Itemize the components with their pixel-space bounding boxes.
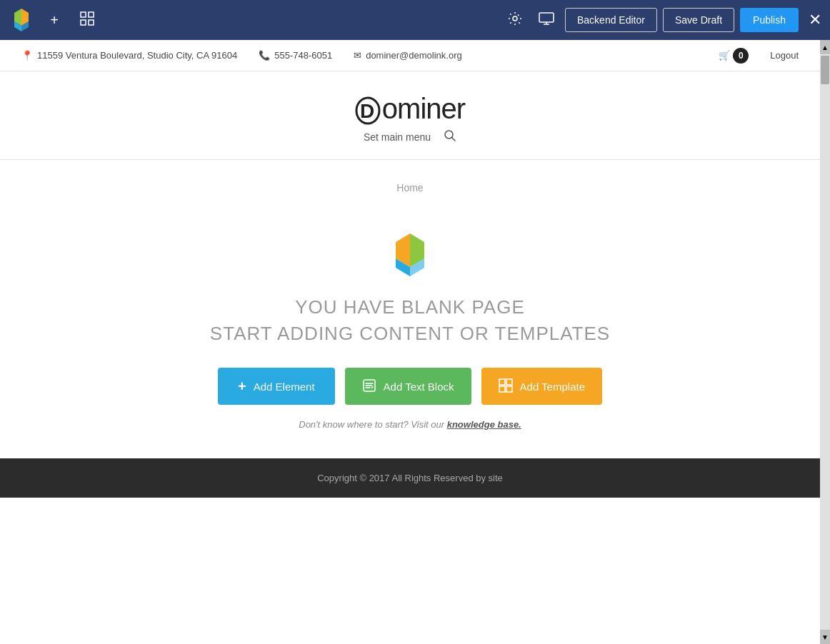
address-text: 11559 Ventura Boulevard, Studio City, CA…: [37, 50, 237, 61]
svg-rect-9: [539, 13, 554, 22]
svg-point-8: [513, 16, 517, 21]
blank-page-section: YOU HAVE BLANK PAGE START ADDING CONTENT…: [0, 201, 820, 458]
scrollbar-up[interactable]: ▲: [820, 40, 830, 54]
gear-icon: [508, 11, 522, 29]
plus-icon: +: [238, 378, 246, 395]
svg-rect-22: [506, 386, 512, 392]
phone-icon: 📞: [259, 50, 270, 61]
save-draft-button[interactable]: Save Draft: [663, 8, 734, 32]
location-icon: 📍: [21, 50, 33, 61]
toolbar-right: Backend Editor Save Draft Publish ✕: [502, 7, 821, 33]
toolbar: +: [0, 0, 830, 40]
add-element-label: Add Element: [254, 381, 315, 393]
svg-rect-6: [81, 20, 86, 25]
logo-text: ominer: [382, 93, 465, 124]
email-text: dominer@demolink.org: [366, 50, 462, 61]
close-button[interactable]: ✕: [809, 11, 821, 29]
email-item: ✉ dominer@demolink.org: [354, 50, 462, 61]
grid-toolbar-button[interactable]: [74, 7, 100, 33]
main-menu-link[interactable]: Set main menu: [364, 131, 431, 143]
template-icon: [499, 378, 513, 395]
help-text: Don't know where to start? Visit our kno…: [299, 419, 521, 430]
footer-text: Copyright © 2017 All Rights Reserved by …: [317, 473, 503, 483]
search-icon[interactable]: [444, 129, 456, 145]
site-nav: Set main menu: [0, 129, 820, 152]
svg-rect-21: [499, 386, 505, 392]
text-block-icon: [362, 378, 376, 395]
svg-rect-7: [89, 20, 94, 25]
blank-page-line2: START ADDING CONTENT OR TEMPLATES: [210, 321, 610, 346]
scrollbar[interactable]: ▲ ▼: [820, 40, 830, 644]
scrollbar-down[interactable]: ▼: [820, 630, 830, 644]
svg-rect-5: [89, 12, 94, 17]
settings-button[interactable]: [502, 7, 528, 33]
email-icon: ✉: [354, 50, 361, 61]
add-element-toolbar-button[interactable]: +: [41, 7, 67, 33]
phone-text: 555-748-6051: [274, 50, 332, 61]
add-element-button[interactable]: + Add Element: [218, 368, 335, 405]
backend-editor-button[interactable]: Backend Editor: [565, 8, 657, 32]
close-icon: ✕: [809, 11, 821, 29]
monitor-button[interactable]: [534, 7, 559, 33]
scrollbar-thumb[interactable]: [821, 56, 829, 84]
site-footer: Copyright © 2017 All Rights Reserved by …: [0, 458, 820, 498]
toolbar-logo: [9, 6, 34, 34]
cart-icon: 🛒: [719, 50, 730, 61]
add-template-button[interactable]: Add Template: [481, 368, 602, 405]
cart-item: 🛒 0: [719, 48, 749, 64]
action-buttons: + Add Element Add Text Block: [218, 368, 602, 405]
cart-count: 0: [733, 48, 749, 64]
blank-page-title: YOU HAVE BLANK PAGE START ADDING CONTENT…: [210, 294, 610, 346]
svg-text:D: D: [360, 100, 374, 122]
add-text-block-button[interactable]: Add Text Block: [345, 368, 471, 405]
breadcrumb-section: Home: [0, 160, 820, 201]
logo-d-container: D: [355, 96, 381, 125]
site-logo: D ominer: [0, 93, 820, 125]
svg-line-13: [452, 138, 456, 141]
svg-rect-20: [506, 379, 512, 385]
publish-button[interactable]: Publish: [740, 8, 799, 32]
add-text-block-label: Add Text Block: [384, 381, 454, 393]
help-prefix: Don't know where to start? Visit our: [299, 419, 446, 430]
svg-rect-4: [81, 12, 86, 17]
site-header: D ominer Set main menu: [0, 71, 820, 160]
svg-rect-19: [499, 379, 505, 385]
add-template-label: Add Template: [520, 381, 585, 393]
knowledge-base-link[interactable]: knowledge base.: [447, 419, 521, 430]
monitor-icon: [539, 12, 554, 29]
address-item: 📍 11559 Ventura Boulevard, Studio City, …: [21, 50, 237, 61]
phone-item: 📞 555-748-6051: [259, 50, 332, 61]
center-logo: [381, 230, 439, 280]
logout-link[interactable]: Logout: [770, 50, 799, 61]
page-content: 📍 11559 Ventura Boulevard, Studio City, …: [0, 40, 820, 644]
grid-icon: [80, 11, 94, 29]
breadcrumb: Home: [396, 182, 423, 193]
page-wrapper: 📍 11559 Ventura Boulevard, Studio City, …: [0, 40, 830, 644]
site-topbar: 📍 11559 Ventura Boulevard, Studio City, …: [0, 40, 820, 71]
plus-icon: +: [50, 12, 59, 29]
blank-page-line1: YOU HAVE BLANK PAGE: [210, 294, 610, 320]
